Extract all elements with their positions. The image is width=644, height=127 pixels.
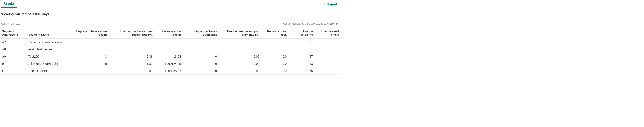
results-table: Segment Analytics Id Segment Name Unique… xyxy=(0,28,341,75)
cell-recipients: 1 xyxy=(289,46,315,53)
cell-name: Recent Users xyxy=(26,67,70,74)
cell-ruc: 0.0 xyxy=(262,53,289,60)
cell-id: B xyxy=(0,60,26,67)
tab-results[interactable]: Results xyxy=(1,0,17,8)
cell-uec xyxy=(315,38,341,46)
cell-rur: 1000124.99 xyxy=(155,60,183,67)
cell-rur xyxy=(155,38,183,46)
results-count: Results: 14 rows xyxy=(1,22,20,25)
cell-uec xyxy=(315,67,341,74)
cell-rur xyxy=(155,46,183,53)
table-row[interactable]: CRecent Users710.611000035.9700.000.066 xyxy=(0,67,341,74)
cell-upr: 7 xyxy=(70,67,109,74)
cell-id: A8 xyxy=(0,46,26,53)
cell-upr xyxy=(70,46,109,53)
table-row[interactable]: BAll Users (Stopwatch)51.871000124.9900.… xyxy=(0,60,341,67)
cell-upc xyxy=(183,46,219,53)
cell-recipients: 1 xyxy=(289,38,315,46)
cell-upr_rate xyxy=(109,46,155,53)
cell-upr_rate: 1.87 xyxy=(109,60,155,67)
cell-ruc xyxy=(262,46,289,53)
subtitle: Showing data for the last 60 days xyxy=(0,8,339,20)
cell-upc_rate: 0.00 xyxy=(219,67,262,74)
cell-upr_rate: 6.38 xyxy=(109,53,155,60)
cell-rur: 1000035.97 xyxy=(155,67,183,74)
col-uec[interactable]: Unique email clicks xyxy=(315,28,341,38)
cell-upc xyxy=(183,38,219,46)
cell-id: C xyxy=(0,67,26,74)
export-label: Export xyxy=(328,2,337,6)
cell-uec xyxy=(315,46,341,53)
export-button[interactable]: Export xyxy=(321,0,338,8)
cell-recipients: 268 xyxy=(289,60,315,67)
cell-upc: 0 xyxy=(183,53,219,60)
cell-upr_rate: 10.61 xyxy=(109,67,155,74)
cell-upr_rate xyxy=(109,38,155,46)
cell-upr: 5 xyxy=(70,60,109,67)
col-upr[interactable]: Unique purchases upon receipt xyxy=(70,28,109,38)
col-id[interactable]: Segment Analytics Id xyxy=(0,28,26,38)
cell-upc: 0 xyxy=(183,67,219,74)
cell-upc_rate xyxy=(219,38,262,46)
table-row[interactable]: A7Evelin_sessions_version1 xyxy=(0,38,341,46)
col-ruc[interactable]: Revenue upon click xyxy=(262,28,289,38)
col-upc-rate[interactable]: Unique purchases upon click rate (%) xyxy=(219,28,262,38)
cell-recipients: 66 xyxy=(289,67,315,74)
cell-ruc: 0.0 xyxy=(262,67,289,74)
col-recipients[interactable]: Unique recipients xyxy=(289,28,315,38)
cell-upr: 3 xyxy=(70,53,109,60)
cell-recipients: 47 xyxy=(289,53,315,60)
cell-uec xyxy=(315,60,341,67)
generated-timestamp: Results generated on Oct 9, 2023, 12:44:… xyxy=(283,22,338,25)
cell-upc: 0 xyxy=(183,60,219,67)
cell-name: evelin test written xyxy=(26,46,70,53)
cell-id: A9 xyxy=(0,53,26,60)
cell-ruc xyxy=(262,38,289,46)
cell-upr xyxy=(70,38,109,46)
table-row[interactable]: A8evelin test written1 xyxy=(0,46,341,53)
cell-name: Test100 xyxy=(26,53,70,60)
cell-upc_rate: 0.00 xyxy=(219,53,262,60)
col-upr-rate[interactable]: Unique purchases upon receipt rate (%) xyxy=(109,28,155,38)
cell-uec xyxy=(315,53,341,60)
download-icon xyxy=(323,2,326,6)
cell-name: Evelin_sessions_version xyxy=(26,38,70,46)
col-rur[interactable]: Revenue upon receipt xyxy=(155,28,183,38)
table-header-row: Segment Analytics Id Segment Name Unique… xyxy=(0,28,341,38)
col-name[interactable]: Segment Name xyxy=(26,28,70,38)
col-upc[interactable]: Unique purchases upon click xyxy=(183,28,219,38)
cell-rur: 13.98 xyxy=(155,53,183,60)
cell-name: All Users (Stopwatch) xyxy=(26,60,70,67)
table-row[interactable]: A9Test10036.3813.9800.000.047 xyxy=(0,53,341,60)
cell-id: A7 xyxy=(0,38,26,46)
cell-upc_rate: 0.00 xyxy=(219,60,262,67)
cell-ruc: 0.0 xyxy=(262,60,289,67)
cell-upc_rate xyxy=(219,46,262,53)
